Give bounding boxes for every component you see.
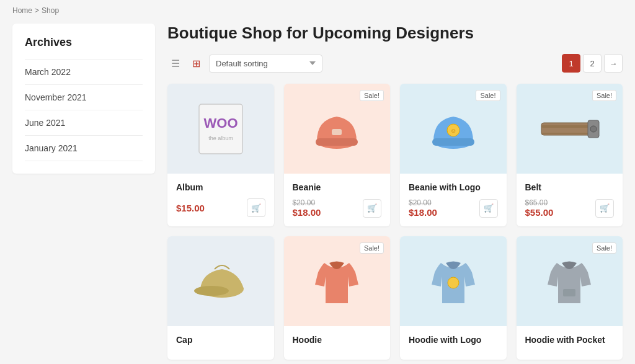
sale-badge-beanie-with-logo: Sale! [476, 90, 500, 101]
svg-text:the album: the album [208, 135, 233, 141]
product-image-wrap-beanie-with-logo: Sale! ☺ [400, 84, 507, 174]
svg-rect-7 [432, 138, 474, 146]
old-price-beanie-with-logo: $20.00 [409, 198, 437, 207]
old-price-belt: $65.00 [525, 198, 554, 207]
product-image-beanie [306, 98, 368, 160]
archive-item-june-2021[interactable]: June 2021 [25, 110, 143, 135]
shop-title: Boutique Shop for Upcoming Designers [167, 24, 623, 43]
product-image-cap [190, 251, 252, 313]
price-beanie-with-logo: $18.00 [409, 207, 437, 218]
product-image-wrap-cap [167, 236, 274, 326]
sale-badge-hoodie-with-pocket: Sale! [592, 242, 616, 254]
toolbar: ☰ ⊞ Default sortingSort by popularitySor… [167, 54, 623, 73]
product-card-cap[interactable]: Cap [167, 236, 274, 360]
page-next-button[interactable]: → [604, 54, 623, 73]
product-card-hoodie[interactable]: Sale! Hoodie [284, 236, 391, 360]
list-view-button[interactable]: ☰ [167, 55, 184, 72]
product-image-wrap-hoodie: Sale! [284, 236, 391, 326]
product-image-wrap-hoodie-with-logo [400, 236, 507, 326]
sort-select[interactable]: Default sortingSort by popularitySort by… [209, 55, 322, 73]
add-to-cart-button-belt[interactable]: 🛒 [595, 199, 614, 218]
svg-rect-18 [563, 289, 575, 296]
sale-badge-belt: Sale! [592, 90, 616, 101]
pagination: 1 2 → [562, 54, 623, 73]
product-image-hoodie [306, 251, 368, 313]
archives-title: Archives [25, 36, 143, 49]
product-card-belt[interactable]: Sale! Belt$65.00$55.00🛒 [517, 84, 623, 226]
product-image-hoodie-with-logo [422, 251, 484, 313]
product-image-beanie-with-logo: ☺ [422, 98, 484, 160]
grid-view-icon: ⊞ [192, 58, 200, 69]
sale-badge-beanie: Sale! [360, 90, 384, 101]
page-2-button[interactable]: 2 [583, 54, 602, 73]
product-grid: WOO the album Album$15.00🛒Sale! Beanie$2… [167, 84, 623, 360]
old-price-beanie: $20.00 [293, 198, 321, 207]
product-name-belt: Belt [525, 182, 615, 192]
archive-item-november-2021[interactable]: November 2021 [25, 84, 143, 110]
product-card-beanie[interactable]: Sale! Beanie$20.00$18.00🛒 [284, 84, 391, 226]
cart-icon: 🛒 [251, 203, 261, 213]
product-name-hoodie-with-pocket: Hoodie with Pocket [525, 335, 615, 345]
product-image-hoodie-with-pocket [538, 251, 600, 313]
archive-list: March 2022November 2021June 2021January … [25, 59, 143, 161]
product-card-hoodie-with-logo[interactable]: Hoodie with Logo [400, 236, 507, 360]
grid-view-button[interactable]: ⊞ [189, 55, 204, 72]
cart-icon: 🛒 [484, 203, 494, 213]
svg-point-16 [194, 286, 229, 296]
product-card-album[interactable]: WOO the album Album$15.00🛒 [167, 84, 274, 226]
product-image-wrap-album: WOO the album [167, 84, 274, 174]
svg-point-14 [590, 126, 597, 132]
svg-text:WOO: WOO [203, 115, 238, 131]
cart-icon: 🛒 [367, 203, 377, 213]
product-name-hoodie-with-logo: Hoodie with Logo [409, 335, 498, 345]
product-name-beanie-with-logo: Beanie with Logo [409, 182, 498, 192]
product-name-cap: Cap [176, 335, 265, 345]
price-belt: $55.00 [525, 207, 554, 218]
product-name-album: Album [176, 182, 265, 192]
product-image-belt [538, 98, 600, 160]
breadcrumb-shop: Shop [42, 6, 59, 15]
product-image-wrap-hoodie-with-pocket: Sale! [517, 236, 623, 326]
main-content: Boutique Shop for Upcoming Designers ☰ ⊞… [167, 24, 623, 360]
price-beanie: $18.00 [293, 207, 321, 218]
sale-badge-hoodie: Sale! [360, 242, 384, 254]
breadcrumb-home[interactable]: Home [12, 6, 32, 15]
product-name-beanie: Beanie [293, 182, 382, 192]
list-view-icon: ☰ [171, 58, 180, 69]
product-image-wrap-beanie: Sale! [284, 84, 391, 174]
add-to-cart-button-album[interactable]: 🛒 [247, 198, 265, 217]
product-image-wrap-belt: Sale! [517, 84, 623, 174]
cart-icon: 🛒 [600, 203, 610, 213]
sidebar: Archives March 2022November 2021June 202… [12, 24, 155, 360]
product-name-hoodie: Hoodie [293, 335, 382, 345]
add-to-cart-button-beanie[interactable]: 🛒 [363, 199, 381, 218]
svg-rect-4 [316, 138, 358, 146]
svg-text:☺: ☺ [450, 127, 456, 134]
breadcrumb: Home > Shop [12, 6, 623, 15]
page-1-button[interactable]: 1 [562, 54, 580, 73]
archive-item-january-2021[interactable]: January 2021 [25, 135, 143, 161]
add-to-cart-button-beanie-with-logo[interactable]: 🛒 [479, 199, 498, 218]
product-image-album: WOO the album [190, 98, 252, 160]
price-album: $15.00 [176, 203, 205, 213]
svg-rect-5 [332, 129, 342, 135]
product-card-hoodie-with-pocket[interactable]: Sale! Hoodie with Pocket [517, 236, 623, 360]
product-card-beanie-with-logo[interactable]: Sale! ☺ Beanie with Logo$20.00$18.00🛒 [400, 84, 507, 226]
svg-point-17 [448, 277, 459, 288]
breadcrumb-sep: > [35, 6, 39, 15]
archive-item-march-2022[interactable]: March 2022 [25, 59, 143, 84]
